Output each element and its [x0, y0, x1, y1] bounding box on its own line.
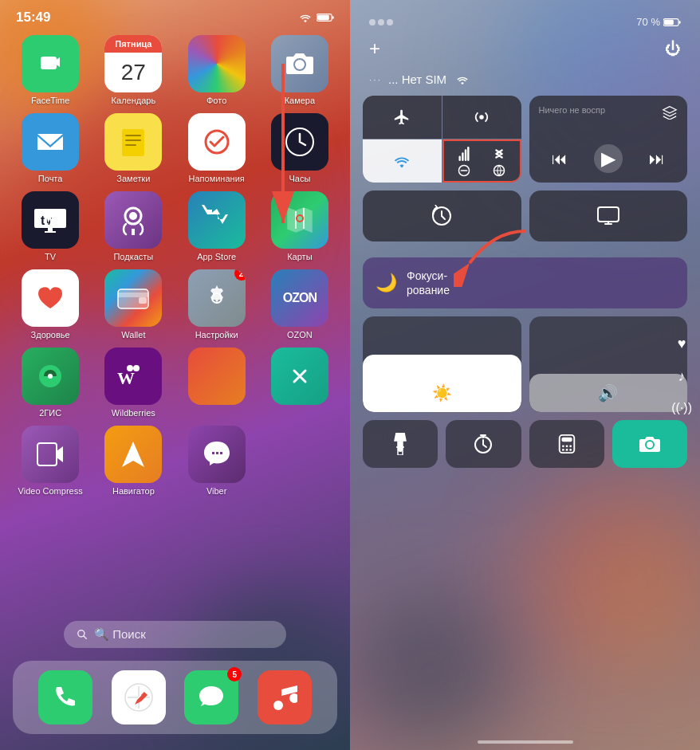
app-item-camera[interactable]: Камера: [262, 35, 337, 105]
app-item-facetime[interactable]: FaceTime: [13, 35, 88, 105]
app-item-app4[interactable]: [262, 348, 337, 418]
appstore-icon[interactable]: [188, 191, 246, 249]
cc-do-not-disturb-btn[interactable]: [447, 163, 482, 178]
calendar-month-label: Пятница: [115, 39, 151, 49]
cc-flashlight-btn[interactable]: [363, 420, 438, 468]
cc-forward-btn[interactable]: ⏭: [649, 150, 665, 168]
cc-top-bar: + ⏻: [363, 34, 687, 69]
app-item-maps[interactable]: Карты: [262, 191, 337, 261]
svg-point-18: [133, 365, 140, 371]
app-item-calendar[interactable]: Пятница 27 Календарь: [96, 35, 171, 105]
cc-focus-btn[interactable]: 🌙 Фокуси-рование: [363, 257, 687, 308]
calendar-icon[interactable]: Пятница 27: [104, 35, 162, 92]
cc-power-button[interactable]: ⏻: [665, 40, 681, 58]
photos-icon[interactable]: [188, 35, 246, 92]
tv-icon[interactable]: tv tv: [22, 191, 79, 249]
cc-orientation-btn[interactable]: [363, 190, 521, 241]
app4-icon[interactable]: [271, 348, 328, 405]
app-item-mail[interactable]: Почта: [13, 113, 88, 183]
cc-rewind-btn[interactable]: ⏮: [552, 150, 568, 168]
svg-point-22: [273, 701, 283, 710]
cc-airplay-icon[interactable]: [662, 105, 678, 123]
app3-icon[interactable]: [188, 348, 246, 405]
dock-phone[interactable]: [38, 670, 92, 724]
health-label: Здоровье: [31, 330, 70, 340]
notes-label: Заметки: [116, 174, 150, 183]
cc-vpn-btn[interactable]: [482, 163, 516, 178]
app-item-clock[interactable]: Часы: [262, 113, 337, 183]
app-item-notes[interactable]: Заметки: [96, 113, 171, 183]
health-icon[interactable]: [22, 269, 79, 327]
app-item-2gis[interactable]: 2ГИС: [13, 348, 88, 418]
app-item-appstore[interactable]: App Store: [179, 191, 254, 261]
mail-label: Почта: [38, 174, 63, 183]
ozon-icon[interactable]: OZON: [271, 269, 328, 327]
cc-volume-slider[interactable]: 🔊: [529, 316, 688, 412]
cc-hotspot-btn[interactable]: [442, 96, 521, 139]
cc-airplay-music-block: Ничего не воспр ⏮ ▶ ⏭: [529, 96, 688, 183]
search-bar[interactable]: 🔍 Поиск: [64, 621, 286, 648]
cc-cellular-btn[interactable]: [447, 144, 482, 163]
status-icons: [299, 13, 334, 22]
cc-brightness-slider[interactable]: ☀️: [363, 316, 521, 412]
photos-label: Фото: [206, 96, 226, 105]
cc-camera-btn[interactable]: [612, 420, 687, 468]
camera-icon-app[interactable]: [271, 35, 328, 92]
app-item-podcasts[interactable]: Подкасты: [96, 191, 171, 261]
wildberries-icon[interactable]: W: [104, 348, 162, 405]
viber-icon[interactable]: [188, 426, 246, 483]
app-item-wildberries[interactable]: W Wildberries: [96, 348, 171, 418]
cc-play-btn[interactable]: ▶: [594, 144, 623, 173]
cc-bluetooth-btn[interactable]: [482, 144, 516, 163]
app-item-viber[interactable]: Viber: [179, 426, 254, 496]
dock-music[interactable]: [258, 670, 312, 724]
podcasts-icon[interactable]: [104, 191, 162, 249]
videocompress-icon[interactable]: [22, 426, 79, 483]
dock-safari[interactable]: [112, 670, 166, 724]
settings-icon[interactable]: 2: [188, 269, 246, 327]
wallet-label: Wallet: [121, 330, 145, 340]
wallet-icon[interactable]: [104, 269, 162, 327]
app-item-wallet[interactable]: Wallet: [96, 269, 171, 340]
cc-screen-mirror-btn[interactable]: [529, 190, 688, 241]
mail-icon[interactable]: [22, 113, 79, 171]
app-item-videocompress[interactable]: Video Compress: [13, 426, 88, 496]
svg-rect-28: [664, 19, 674, 25]
reminders-label: Напоминания: [189, 174, 245, 183]
cc-airplane-btn[interactable]: [363, 96, 442, 139]
cc-calculator-btn[interactable]: [529, 420, 604, 468]
facetime-icon[interactable]: [22, 35, 79, 92]
cc-timer-btn[interactable]: [446, 420, 521, 468]
navigator-icon[interactable]: [104, 426, 162, 483]
app-item-photos[interactable]: Фото: [179, 35, 254, 105]
app-item-health[interactable]: Здоровье: [13, 269, 88, 340]
cc-row3: ☀️ 🔊: [363, 316, 687, 412]
facetime-label: FaceTime: [31, 96, 70, 105]
cc-status-bar: 70 %: [363, 13, 687, 34]
notes-icon[interactable]: [104, 113, 162, 171]
app-item-reminders[interactable]: Напоминания: [179, 113, 254, 183]
cc-bluetooth-group: [442, 139, 521, 183]
cc-add-button[interactable]: +: [369, 37, 380, 60]
maps-icon[interactable]: [271, 191, 328, 249]
app-item-ozon[interactable]: OZON OZON: [262, 269, 337, 340]
app-item-tv[interactable]: tv tv TV: [13, 191, 88, 261]
dock-messages[interactable]: 5: [184, 670, 238, 724]
status-bar-left: 15:49: [0, 0, 350, 29]
settings-badge: 2: [234, 269, 246, 281]
maps-label: Карты: [287, 252, 312, 261]
wildberries-label: Wildberries: [112, 408, 155, 418]
app-item-navigator[interactable]: Навигатор: [96, 426, 171, 496]
heart-icon: ♥: [678, 336, 686, 352]
2gis-icon[interactable]: [22, 348, 79, 405]
svg-rect-2: [317, 15, 329, 21]
reminders-icon[interactable]: [188, 113, 246, 171]
appstore-label: App Store: [197, 252, 236, 261]
svg-point-23: [289, 693, 297, 703]
svg-rect-32: [465, 149, 466, 161]
cc-no-sim-label: ... Нет SIM: [388, 73, 446, 86]
app-item-app3[interactable]: [179, 348, 254, 418]
cc-wifi-btn[interactable]: [363, 139, 442, 183]
app-item-settings[interactable]: 2 Настройки: [179, 269, 254, 340]
clock-icon[interactable]: [271, 113, 328, 171]
